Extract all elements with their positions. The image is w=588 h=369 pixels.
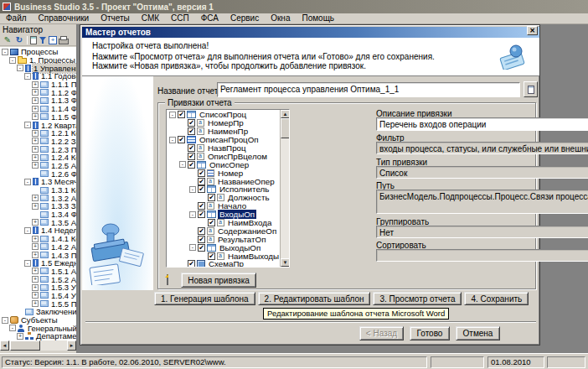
expand-icon[interactable]: + [32, 195, 39, 201]
checkbox-icon[interactable]: ✔ [178, 111, 185, 118]
expand-icon[interactable]: + [32, 292, 39, 299]
menu-item-8[interactable]: Помощь [296, 13, 340, 23]
print-icon[interactable]: ▾ [59, 36, 69, 44]
expand-icon[interactable]: + [32, 162, 39, 169]
collapse-icon[interactable]: - [179, 161, 186, 168]
menu-item-2[interactable]: Отчеты [95, 13, 136, 23]
expand-icon[interactable]: + [32, 236, 39, 242]
expand-icon[interactable]: + [32, 276, 39, 283]
filter-icon[interactable] [39, 36, 47, 44]
scrollbar-thumb[interactable] [281, 118, 290, 138]
expand-icon[interactable]: + [32, 89, 39, 96]
checkbox-icon[interactable]: ✔ [198, 227, 205, 235]
collapse-icon[interactable]: - [24, 179, 31, 185]
checkbox-icon[interactable]: ✔ [198, 185, 205, 193]
checkbox-icon[interactable]: ✔ [208, 252, 215, 260]
collapse-icon[interactable]: - [189, 211, 196, 218]
menu-item-7[interactable]: Окна [265, 13, 296, 23]
expand-icon[interactable]: + [32, 106, 39, 112]
checkbox-icon[interactable]: ✔ [198, 210, 205, 218]
expand-icon[interactable]: + [32, 154, 39, 161]
checkbox-icon[interactable]: ✔ [208, 194, 215, 201]
expand-icon[interactable]: + [32, 300, 39, 307]
expand-icon[interactable]: + [32, 243, 39, 250]
scrollbar-thumb[interactable] [10, 340, 40, 351]
expand-icon[interactable]: + [32, 252, 39, 258]
expand-icon[interactable]: + [32, 138, 39, 144]
collapse-icon[interactable]: - [2, 49, 8, 55]
finish-button[interactable]: Готово [410, 326, 450, 340]
checkbox-icon[interactable]: ✔ [178, 136, 185, 143]
scroll-down-icon[interactable]: ▼ [281, 258, 290, 267]
menu-item-5[interactable]: ФСА [195, 13, 224, 23]
collapse-icon[interactable]: - [169, 112, 176, 118]
report-icon[interactable] [30, 36, 37, 44]
close-icon[interactable]: ✕ [527, 26, 538, 35]
window-titlebar: Business Studio 3.5 - Проект "Оптима", в… [0, 0, 588, 13]
checkbox-icon[interactable]: ✔ [188, 260, 195, 268]
checkbox-icon[interactable]: ✔ [198, 169, 205, 177]
menu-item-4[interactable]: ССП [165, 13, 195, 23]
action-button-4[interactable]: 4. Сохранить [464, 292, 529, 305]
expand-icon[interactable]: + [32, 268, 39, 274]
field-icon [217, 219, 224, 226]
expand-icon[interactable]: + [32, 113, 39, 120]
back-button[interactable]: < Назад [359, 326, 404, 340]
collapse-icon[interactable]: - [9, 325, 16, 331]
checkbox-icon[interactable]: ✔ [198, 236, 205, 243]
collapse-icon[interactable]: - [189, 244, 196, 251]
expand-icon[interactable]: + [32, 284, 39, 291]
collapse-icon[interactable]: - [189, 186, 196, 193]
nav-tree-item[interactable]: +Департамент [0, 332, 76, 340]
report-name-input[interactable]: Регламент процесса управления Оптима_1_1 [217, 82, 520, 97]
collapse-icon[interactable]: - [9, 57, 16, 64]
binding-description-input[interactable]: Перечень входов операции [376, 117, 588, 131]
action-button-2[interactable]: 2. Редактировать шаблон [258, 292, 371, 305]
proc-icon [33, 72, 39, 80]
add-window-icon[interactable]: + [49, 36, 57, 44]
collapse-icon[interactable]: - [24, 260, 31, 267]
expand-icon[interactable]: + [32, 146, 39, 153]
expand-icon[interactable]: + [32, 219, 39, 226]
binding-tree-item[interactable]: ✔СхемаПр [167, 260, 289, 268]
expand-icon[interactable]: + [32, 130, 39, 137]
open-report-button[interactable] [524, 81, 538, 97]
collapse-icon[interactable]: - [24, 122, 31, 128]
checkbox-icon[interactable]: ✔ [198, 202, 205, 210]
checkbox-icon[interactable]: ✔ [188, 127, 195, 135]
navigator-hscrollbar[interactable]: ◄ ► [0, 340, 76, 351]
edit-icon[interactable]: ✎ [3, 35, 13, 45]
action-button-1[interactable]: 1. Генерация шаблона [154, 292, 255, 305]
expand-icon[interactable]: + [32, 81, 39, 88]
expand-icon[interactable]: + [32, 97, 39, 104]
action-button-3[interactable]: 3. Просмотр отчета [373, 292, 462, 305]
checkbox-icon[interactable]: ✔ [188, 153, 195, 160]
collapse-icon[interactable]: - [24, 227, 31, 234]
refresh-icon[interactable]: ↻ [14, 35, 24, 45]
menu-item-1[interactable]: Справочники [33, 13, 95, 23]
collapse-icon[interactable]: - [2, 317, 8, 324]
scroll-right-icon[interactable]: ► [67, 340, 76, 351]
checkbox-icon[interactable]: ✔ [208, 219, 215, 226]
collapse-icon[interactable]: - [17, 65, 23, 71]
bindings-tree-scrollbar[interactable]: ▲ ▼ [280, 110, 289, 267]
scroll-left-icon[interactable]: ◄ [0, 340, 9, 351]
checkbox-icon[interactable]: ✔ [188, 119, 195, 127]
menu-item-3[interactable]: СМК [136, 13, 165, 23]
collapse-icon[interactable]: - [24, 73, 31, 80]
table-icon [197, 161, 206, 169]
checkbox-icon[interactable]: ✔ [198, 178, 205, 185]
checkbox-icon[interactable]: ✔ [198, 244, 205, 252]
menu-item-6[interactable]: Сервис [224, 13, 265, 23]
expand-icon[interactable]: + [17, 333, 23, 340]
cancel-button[interactable]: Отмена [456, 326, 500, 340]
menu-item-0[interactable]: Файл [0, 13, 33, 23]
leaf-icon [40, 138, 49, 144]
collapse-icon[interactable]: - [169, 137, 176, 143]
checkbox-icon[interactable]: ✔ [188, 161, 195, 169]
scroll-up-icon[interactable]: ▲ [281, 110, 290, 118]
expand-icon[interactable]: + [32, 203, 39, 210]
new-binding-button[interactable]: Новая привязка [181, 273, 256, 288]
checkbox-icon[interactable]: ✔ [188, 144, 195, 152]
proc-icon [33, 226, 39, 234]
